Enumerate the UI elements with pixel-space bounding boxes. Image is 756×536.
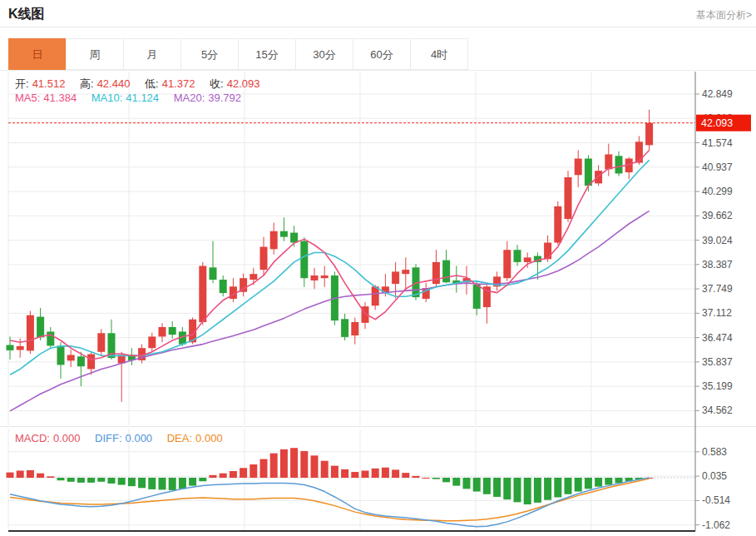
close-value: 42.093 [227,77,260,90]
tab-week[interactable]: 周 [66,38,124,70]
svg-text:41.574: 41.574 [702,137,733,149]
tab-label: 30分 [313,48,335,61]
close-label: 收: [210,77,224,90]
svg-text:0.583: 0.583 [702,446,727,458]
svg-text:39.024: 39.024 [702,235,733,246]
svg-text:34.562: 34.562 [702,404,733,416]
svg-text:0.035: 0.035 [702,470,727,482]
ma5-value: 41.384 [43,92,77,104]
svg-text:42.849: 42.849 [702,88,733,100]
svg-text:38.387: 38.387 [702,259,733,270]
tab-day[interactable]: 日 [8,38,67,70]
svg-text:37.749: 37.749 [702,283,733,295]
tab-label: 日 [32,48,43,61]
high-value: 42.440 [97,77,131,90]
period-tab-bar: 日 周 月 5分 15分 30分 60分 4时 [8,38,468,70]
ma10-value: 41.124 [126,92,159,104]
page-title: K线图 [8,6,45,23]
open-label: 开: [15,77,29,90]
svg-text:35.199: 35.199 [702,380,733,392]
ma20-value: 39.792 [208,92,241,104]
high-label: 高: [80,77,94,90]
macd-readout: MACD:0.000 DIFF:0.000 DEA:0.000 [15,432,223,444]
low-value: 41.372 [162,77,195,90]
open-value: 41.512 [32,77,66,90]
diff-label: DIFF: [95,432,122,444]
svg-text:40.937: 40.937 [702,161,733,173]
ohlc-readout: 开:41.512 高:42.440 低:41.372 收:42.093 [15,77,259,92]
tab-60min[interactable]: 60分 [353,38,411,70]
svg-text:42.093: 42.093 [701,117,733,129]
svg-text:-1.062: -1.062 [702,519,730,531]
svg-text:35.837: 35.837 [702,356,733,368]
svg-text:37.112: 37.112 [702,307,732,319]
diff-value: 0.000 [126,432,153,444]
tab-4hour[interactable]: 4时 [410,38,468,70]
svg-text:-0.514: -0.514 [702,494,730,506]
tab-label: 周 [90,48,101,61]
tab-label: 60分 [370,48,393,61]
svg-text:40.299: 40.299 [702,186,733,197]
tab-5min[interactable]: 5分 [180,38,239,70]
ma10-label: MA10: [91,92,123,104]
tab-30min[interactable]: 30分 [295,38,353,70]
dea-value: 0.000 [195,432,223,444]
tab-label: 月 [147,48,158,61]
fundamental-analysis-link[interactable]: 基本面分析> [696,8,752,22]
tab-label: 5分 [201,48,218,61]
svg-text:39.662: 39.662 [702,210,733,221]
ma20-label: MA20: [174,92,205,104]
titlebar: K线图 [0,0,756,27]
tab-label: 15分 [255,48,278,61]
ma-readout: MA5:41.384 MA10:41.124 MA20:39.792 [15,92,241,104]
tab-label: 4时 [431,48,447,61]
ma5-label: MA5: [15,92,40,104]
low-label: 低: [145,77,159,90]
macd-label: MACD: [15,432,50,444]
dea-label: DEA: [167,432,192,444]
svg-text:36.474: 36.474 [702,332,733,344]
tab-15min[interactable]: 15分 [238,38,296,70]
macd-value: 0.000 [53,432,81,444]
tab-month[interactable]: 月 [123,38,181,70]
